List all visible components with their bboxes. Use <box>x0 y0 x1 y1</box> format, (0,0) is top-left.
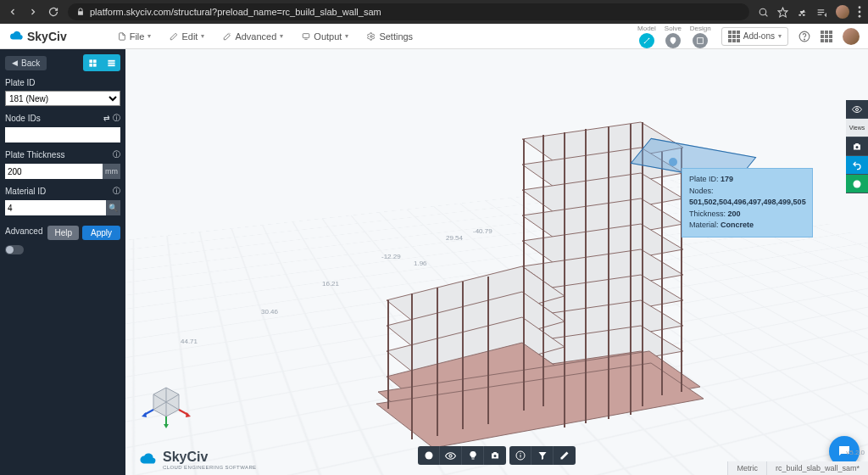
browser-reload-icon[interactable] <box>47 6 59 18</box>
thickness-input[interactable] <box>5 164 103 179</box>
app-logo[interactable]: SkyCiv <box>8 29 67 44</box>
svg-point-40 <box>856 108 859 110</box>
svg-rect-24 <box>108 62 114 64</box>
help-icon[interactable] <box>798 31 810 42</box>
visibility-button[interactable] <box>846 100 868 119</box>
search-icon[interactable] <box>758 7 769 18</box>
svg-marker-48 <box>164 424 169 428</box>
svg-rect-10 <box>303 33 310 37</box>
browser-back-icon[interactable] <box>7 6 19 18</box>
apply-button[interactable]: Apply <box>82 226 120 240</box>
svg-point-6 <box>859 6 861 8</box>
svg-rect-58 <box>520 453 520 454</box>
undo-view-button[interactable] <box>846 156 868 175</box>
svg-rect-22 <box>92 63 96 66</box>
view-card-button[interactable] <box>83 54 102 71</box>
addons-button[interactable]: Add-ons▾ <box>721 27 788 46</box>
svg-rect-57 <box>520 455 520 458</box>
cloud-icon <box>8 29 24 44</box>
svg-point-12 <box>370 35 373 37</box>
plate-id-label: Plate ID <box>5 78 120 87</box>
menu-edit[interactable]: Edit▾ <box>170 31 204 42</box>
extensions-icon[interactable] <box>797 7 808 18</box>
menu-output[interactable]: Output▾ <box>302 31 348 42</box>
wand-icon <box>223 32 231 41</box>
svg-marker-52 <box>186 412 191 417</box>
back-button[interactable]: ◀Back <box>5 56 47 70</box>
apps-icon <box>728 31 740 42</box>
status-file[interactable]: rc_build_slab_wall_sam* <box>766 461 868 475</box>
mode-switch: Model Solve Design <box>637 25 711 48</box>
thickness-unit: mm <box>103 164 120 179</box>
dim-b: 30.46 <box>261 308 278 316</box>
browser-profile-avatar[interactable] <box>836 5 849 19</box>
node-ids-label: Node IDs⇄ ⓘ <box>5 113 120 124</box>
help-button[interactable]: Help <box>47 226 79 240</box>
edit-button[interactable] <box>554 446 576 465</box>
right-toolbar: Views <box>846 100 868 193</box>
advanced-toggle[interactable] <box>5 245 24 254</box>
svg-point-8 <box>859 15 861 18</box>
monitor-icon <box>302 32 310 41</box>
svg-point-18 <box>804 39 805 40</box>
gear-icon <box>367 32 376 41</box>
kebab-menu-icon[interactable] <box>858 6 861 18</box>
address-bar[interactable]: platform.skyciv.com/structural?preload_n… <box>68 3 749 20</box>
pencil-icon <box>170 32 178 41</box>
url-text: platform.skyciv.com/structural?preload_n… <box>90 7 381 17</box>
building-model <box>285 71 709 470</box>
menu-settings[interactable]: Settings <box>367 31 413 42</box>
app-name: SkyCiv <box>27 30 67 43</box>
view-table-button[interactable] <box>102 54 120 71</box>
svg-marker-59 <box>538 452 546 460</box>
svg-point-0 <box>760 8 766 15</box>
confirm-view-button[interactable] <box>846 175 868 193</box>
node-ids-input[interactable] <box>5 127 120 142</box>
star-icon[interactable] <box>777 7 788 18</box>
svg-line-15 <box>645 38 648 42</box>
search-suffix-icon[interactable]: 🔍 <box>106 200 120 215</box>
sidebar: ◀Back Plate ID 181 (New) Node IDs⇄ ⓘ Pla… <box>0 49 125 475</box>
mode-solve[interactable] <box>665 33 681 48</box>
user-avatar[interactable] <box>843 28 860 45</box>
filter-button[interactable] <box>531 446 554 465</box>
viewport-3d[interactable]: 44.71 30.46 16.21 -12.29 1.96 29.54 -40.… <box>125 49 868 475</box>
svg-rect-21 <box>89 63 92 66</box>
views-label[interactable]: Views <box>846 119 868 137</box>
menu-advanced[interactable]: Advanced▾ <box>223 31 283 42</box>
svg-rect-16 <box>698 37 704 43</box>
mode-model[interactable] <box>639 33 654 48</box>
svg-point-7 <box>859 11 861 14</box>
snapshot-button[interactable] <box>484 446 506 465</box>
svg-point-41 <box>856 146 859 148</box>
info-button[interactable] <box>509 446 531 465</box>
bulb-button[interactable] <box>462 446 484 465</box>
svg-marker-2 <box>778 8 787 17</box>
watermark-logo: SkyCivCLOUD ENGINEERING SOFTWARE <box>136 450 257 470</box>
playlist-icon[interactable] <box>816 7 827 18</box>
camera-button[interactable] <box>846 137 868 156</box>
plate-id-select[interactable]: 181 (New) <box>5 91 120 106</box>
apps-grid-icon[interactable] <box>821 31 832 42</box>
svg-rect-20 <box>92 59 96 63</box>
shade-button[interactable] <box>418 446 440 465</box>
menu-file[interactable]: File▾ <box>118 31 152 42</box>
material-label: Material IDⓘ <box>5 186 120 197</box>
plate-tooltip: Plate ID: 179 Nodes: 501,502,504,496,497… <box>682 168 813 238</box>
svg-line-1 <box>765 14 768 16</box>
bottom-toolbar <box>418 446 576 465</box>
mode-solve-label: Solve <box>665 25 682 32</box>
cloud-icon <box>136 450 159 469</box>
version-label: v5.2.0 <box>846 449 865 456</box>
material-input[interactable] <box>5 200 106 215</box>
lock-icon <box>76 8 85 16</box>
eye-button[interactable] <box>440 446 462 465</box>
browser-forward-icon[interactable] <box>27 6 39 18</box>
svg-rect-23 <box>108 59 114 61</box>
status-units[interactable]: Metric <box>727 461 766 475</box>
svg-point-54 <box>449 454 452 456</box>
dim-a: 44.71 <box>181 338 198 345</box>
svg-marker-50 <box>142 412 147 417</box>
mode-design[interactable] <box>693 33 708 48</box>
axis-gizmo[interactable] <box>141 377 192 428</box>
